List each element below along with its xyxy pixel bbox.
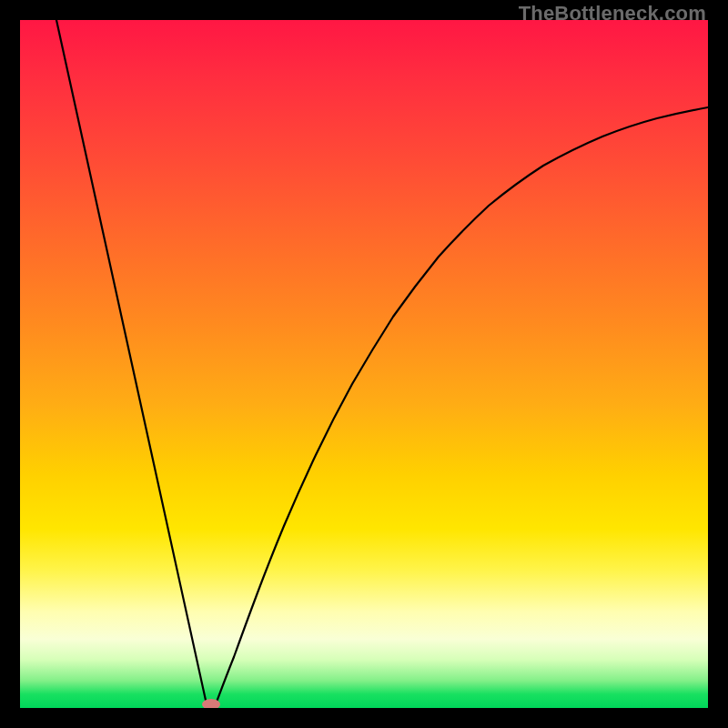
chart-frame: TheBottleneck.com <box>0 0 728 728</box>
curve-left-branch <box>56 20 207 704</box>
curve-layer <box>20 20 708 708</box>
curve-right-branch <box>216 107 708 704</box>
plot-area <box>20 20 708 708</box>
